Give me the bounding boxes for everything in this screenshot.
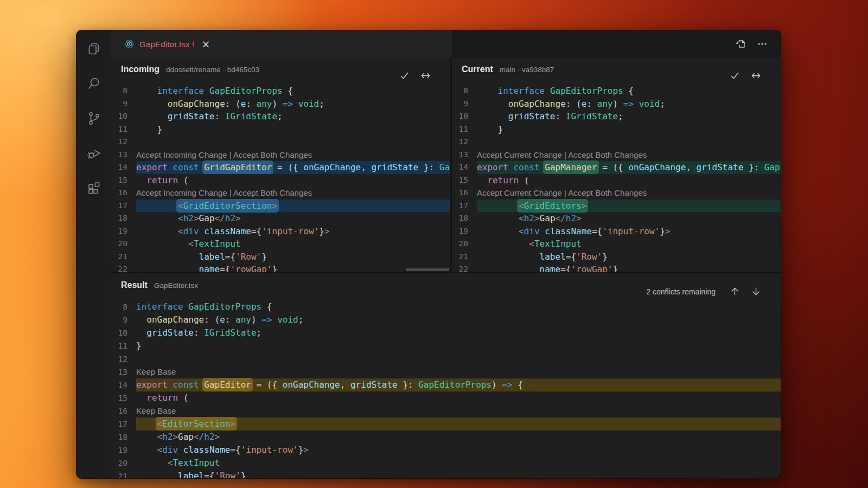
code-token [477,264,540,272]
code-content: onGapChange: (e: any) => void; [136,98,450,111]
codelens-link[interactable]: Accept Both Changes [568,150,647,159]
code-token: ={ [251,226,261,236]
code-token: return [146,175,178,185]
compare-swap-icon[interactable] [420,70,431,81]
code-token [183,301,189,312]
code-token: Gap [178,432,194,442]
horizontal-scrollbar[interactable] [406,268,449,271]
code-token: div [183,226,199,236]
code-line: 14export const GridGapEditor = ({ onGapC… [111,161,450,174]
code-line: 17 <EditorSection> [111,418,781,431]
code-token [199,380,205,390]
code-token: GapManager [545,162,597,172]
codelens-link[interactable]: Accept Both Changes [233,150,312,159]
code-token: gridState [372,162,419,172]
code-token: const [513,162,539,172]
code-token: } [136,124,162,134]
code-token: e [220,314,225,325]
next-conflict-arrow-down-icon[interactable] [751,286,761,297]
code-token: = ({ [272,162,303,172]
code-token: div [162,445,178,455]
source-control-icon[interactable] [86,110,102,126]
code-token: gridState [350,380,398,390]
line-number: 14 [111,378,136,391]
code-token: ) [272,99,282,109]
code-token: GapEditorProps [188,301,261,312]
code-token: ) [492,380,502,390]
run-debug-icon[interactable] [86,145,102,161]
code-token: onGapChange [168,99,225,109]
codelens-link[interactable]: Accept Incoming Change [136,150,227,159]
code-token [545,86,550,96]
line-number: 12 [452,136,477,149]
line-number: 9 [111,98,136,111]
code-content: name={'rowGap'} [136,263,450,272]
code-line: 17 <GridEditorSection> [111,200,450,213]
line-number: 15 [111,174,136,187]
compare-swap-icon[interactable] [751,70,761,81]
tab-gapeditor[interactable]: GapEditor.tsx ! × [111,30,219,57]
code-token: onGapChange [283,380,340,390]
line-number: 8 [452,85,477,98]
codelens-line: 16Keep Base [111,404,781,418]
tab-close-icon[interactable]: × [201,39,210,49]
code-token: = ({ [597,162,629,172]
current-title: Current [462,65,493,74]
code-token: 'rowGap' [571,264,612,272]
codelens-link[interactable]: Keep Base [136,406,176,415]
code-token: , [686,162,696,172]
code-token: onGapChange [508,99,566,109]
code-line: 14export const GapEditor = ({ onGapChang… [111,378,781,391]
line-number: 13 [111,365,136,378]
code-token [136,99,168,109]
code-token: : ( [225,99,241,109]
codelens-link[interactable]: Accept Both Changes [568,188,647,197]
code-token: < [157,445,163,455]
line-number: 22 [111,263,136,272]
code-line: 12 [111,136,450,149]
line-number: 22 [452,263,477,272]
code-token: : ( [566,99,582,109]
code-token: } [272,264,277,272]
code-token: : [194,328,204,338]
code-token: ( [178,393,188,403]
codelens-link[interactable]: Accept Both Changes [233,188,312,197]
code-token: void [639,99,660,109]
code-token: > [173,432,178,442]
codelens-link[interactable]: Accept Current Change [477,150,562,159]
code-token: h2 [204,432,214,442]
code-token: GapEditorProps [418,380,492,390]
line-number: 16 [111,187,136,200]
code-line: 15 return ( [111,391,781,404]
search-icon[interactable] [86,75,102,92]
codelens-link[interactable]: Keep Base [136,367,176,376]
code-content: <GridEditors> [477,200,781,213]
code-line: 20 <TextInput [452,237,781,251]
more-actions-icon[interactable] [757,38,768,49]
tab-title: GapEditor.tsx ! [139,40,194,49]
codelens-line: 13Keep Base [111,365,781,378]
code-token: { [623,86,634,96]
code-token: > [582,201,587,211]
code-content: gridState: IGridState; [136,326,781,339]
previous-conflict-arrow-up-icon[interactable] [730,286,740,297]
explorer-icon[interactable] [86,41,102,57]
code-token [477,99,508,109]
line-number: 12 [111,136,136,149]
line-number: 20 [452,237,477,251]
accept-all-incoming-check-icon[interactable] [399,70,410,81]
go-to-file-icon[interactable] [735,38,746,49]
accept-all-current-check-icon[interactable] [730,70,740,81]
code-token: }: [418,162,439,172]
code-content [477,136,781,149]
code-token: GridEditorSection [183,201,272,211]
code-line: 17 <GridEditors> [452,200,781,213]
code-token [136,201,178,211]
code-token: ={ [230,445,240,455]
extensions-icon[interactable] [86,179,102,196]
codelens-link[interactable]: Accept Incoming Change [136,188,227,197]
code-token: interface [498,86,545,96]
line-number: 19 [452,225,477,238]
codelens-link[interactable]: Accept Current Change [477,188,562,197]
code-token [508,162,514,172]
